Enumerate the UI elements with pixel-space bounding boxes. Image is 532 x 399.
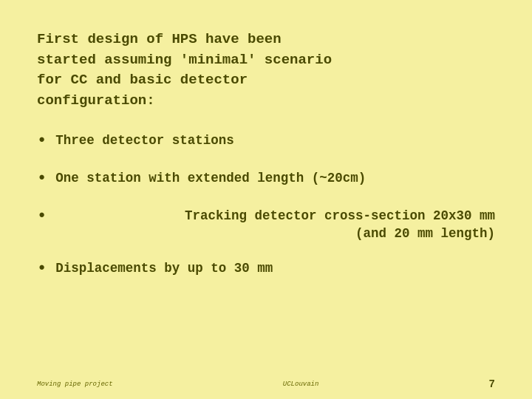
- intro-line2: started assuming 'minimal' scenario: [37, 52, 332, 68]
- list-item: • Displacements by up to 30 mm: [37, 259, 495, 281]
- bullet-text-1: Three detector stations: [55, 132, 495, 150]
- list-item: • Tracking detector cross-section 20x30 …: [37, 207, 495, 243]
- bullet-dot-1: •: [37, 130, 47, 153]
- bullet-list: • Three detector stations • One station …: [37, 132, 495, 280]
- bullet-text-3-line1: Tracking detector cross-section 20x30 mm: [185, 208, 495, 223]
- bullet-dot-4: •: [37, 258, 47, 281]
- bullet-dot-2: •: [37, 168, 47, 191]
- footer-center-text: UCLouvain: [283, 381, 319, 388]
- intro-line3: for CC and basic detector: [37, 72, 248, 88]
- slide-content: First design of HPS have been started as…: [0, 0, 532, 319]
- bullet-dot-3: •: [37, 205, 47, 228]
- intro-line4: configuration:: [37, 92, 155, 109]
- footer-page-number: 7: [489, 378, 495, 390]
- intro-paragraph: First design of HPS have been started as…: [37, 30, 495, 111]
- list-item: • One station with extended length (~20c…: [37, 169, 495, 191]
- bullet-text-4: Displacements by up to 30 mm: [55, 259, 495, 278]
- intro-line1: First design of HPS have been: [37, 31, 282, 47]
- bullet-text-3: Tracking detector cross-section 20x30 mm…: [55, 207, 495, 243]
- footer-left-text: Moving pipe project: [37, 381, 113, 388]
- list-item: • Three detector stations: [37, 132, 495, 153]
- bullet-text-2: One station with extended length (~20cm): [55, 169, 495, 188]
- bullet-text-3-line2: (and 20 mm length): [355, 226, 495, 241]
- slide-footer: Moving pipe project UCLouvain 7: [0, 378, 532, 390]
